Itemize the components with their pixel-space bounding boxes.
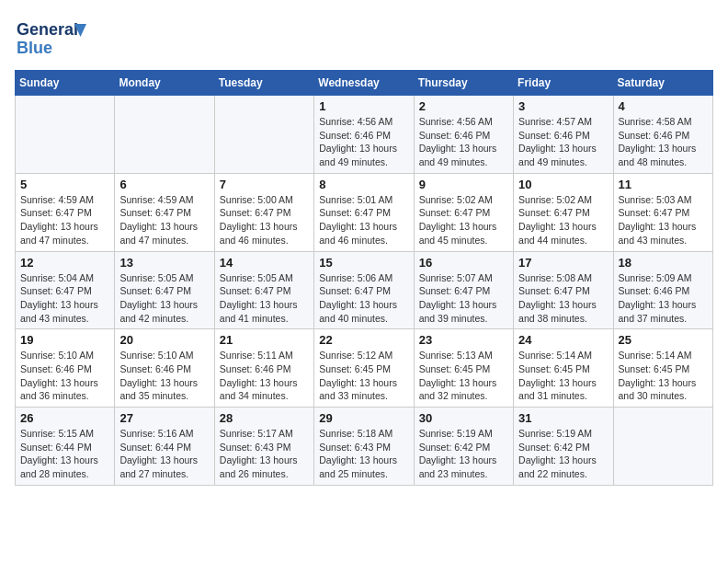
calendar-cell: 1Sunrise: 4:56 AMSunset: 6:46 PMDaylight… (314, 96, 414, 174)
calendar-cell: 31Sunrise: 5:19 AMSunset: 6:42 PMDayligh… (514, 408, 613, 486)
day-number: 5 (20, 178, 109, 191)
day-info: Sunrise: 4:56 AMSunset: 6:46 PMDaylight:… (419, 115, 508, 169)
calendar-week-row: 26Sunrise: 5:15 AMSunset: 6:44 PMDayligh… (16, 408, 713, 486)
day-info: Sunrise: 5:03 AMSunset: 6:47 PMDaylight:… (619, 193, 708, 247)
day-info: Sunrise: 5:02 AMSunset: 6:47 PMDaylight:… (518, 193, 608, 247)
calendar-cell (16, 96, 115, 174)
day-number: 26 (20, 411, 109, 425)
logo: GeneralBlue (15, 15, 88, 61)
day-number: 13 (119, 256, 209, 270)
day-info: Sunrise: 5:19 AMSunset: 6:42 PMDaylight:… (518, 427, 608, 481)
calendar-cell: 5Sunrise: 4:59 AMSunset: 6:47 PMDaylight… (16, 173, 115, 251)
day-number: 27 (119, 411, 209, 425)
day-info: Sunrise: 5:10 AMSunset: 6:46 PMDaylight:… (20, 349, 109, 403)
weekday-header-wednesday: Wednesday (314, 71, 414, 96)
day-info: Sunrise: 5:05 AMSunset: 6:47 PMDaylight:… (220, 271, 309, 326)
day-info: Sunrise: 5:17 AMSunset: 6:43 PMDaylight:… (220, 427, 309, 481)
calendar-cell: 16Sunrise: 5:07 AMSunset: 6:47 PMDayligh… (414, 251, 513, 329)
calendar-week-row: 19Sunrise: 5:10 AMSunset: 6:46 PMDayligh… (16, 329, 713, 408)
day-info: Sunrise: 5:05 AMSunset: 6:47 PMDaylight:… (119, 271, 209, 326)
day-number: 22 (319, 333, 408, 347)
day-number: 29 (319, 411, 408, 425)
day-number: 14 (220, 256, 309, 270)
day-number: 4 (619, 99, 708, 113)
day-number: 9 (419, 178, 508, 191)
calendar-cell: 12Sunrise: 5:04 AMSunset: 6:47 PMDayligh… (16, 251, 115, 329)
weekday-header-monday: Monday (115, 71, 214, 96)
calendar-cell: 23Sunrise: 5:13 AMSunset: 6:45 PMDayligh… (414, 329, 513, 408)
calendar-cell: 18Sunrise: 5:09 AMSunset: 6:46 PMDayligh… (613, 251, 712, 329)
calendar-cell: 15Sunrise: 5:06 AMSunset: 6:47 PMDayligh… (314, 251, 414, 329)
day-info: Sunrise: 5:14 AMSunset: 6:45 PMDaylight:… (619, 349, 708, 403)
day-number: 19 (20, 333, 109, 347)
day-info: Sunrise: 4:59 AMSunset: 6:47 PMDaylight:… (20, 193, 109, 247)
calendar-cell: 30Sunrise: 5:19 AMSunset: 6:42 PMDayligh… (414, 408, 513, 486)
calendar-cell: 24Sunrise: 5:14 AMSunset: 6:45 PMDayligh… (514, 329, 613, 408)
day-info: Sunrise: 5:09 AMSunset: 6:46 PMDaylight:… (619, 271, 708, 326)
day-number: 28 (220, 411, 309, 425)
weekday-header-row: SundayMondayTuesdayWednesdayThursdayFrid… (16, 71, 713, 96)
calendar-cell: 29Sunrise: 5:18 AMSunset: 6:43 PMDayligh… (314, 408, 414, 486)
day-number: 2 (419, 99, 508, 113)
calendar-week-row: 1Sunrise: 4:56 AMSunset: 6:46 PMDaylight… (16, 96, 713, 174)
day-number: 6 (119, 178, 209, 191)
day-number: 1 (319, 99, 408, 113)
calendar-week-row: 5Sunrise: 4:59 AMSunset: 6:47 PMDaylight… (16, 173, 713, 251)
day-number: 21 (220, 333, 309, 347)
calendar-cell: 10Sunrise: 5:02 AMSunset: 6:47 PMDayligh… (514, 173, 613, 251)
day-info: Sunrise: 5:11 AMSunset: 6:46 PMDaylight:… (220, 349, 309, 403)
day-number: 17 (518, 256, 608, 270)
calendar-cell: 13Sunrise: 5:05 AMSunset: 6:47 PMDayligh… (115, 251, 214, 329)
day-number: 10 (518, 178, 608, 191)
calendar-cell: 27Sunrise: 5:16 AMSunset: 6:44 PMDayligh… (115, 408, 214, 486)
calendar-cell: 20Sunrise: 5:10 AMSunset: 6:46 PMDayligh… (115, 329, 214, 408)
logo-svg: GeneralBlue (15, 15, 88, 61)
calendar-cell: 4Sunrise: 4:58 AMSunset: 6:46 PMDaylight… (613, 96, 712, 174)
svg-text:Blue: Blue (17, 39, 52, 57)
calendar-cell (214, 96, 313, 174)
day-info: Sunrise: 5:18 AMSunset: 6:43 PMDaylight:… (319, 427, 408, 481)
day-info: Sunrise: 4:59 AMSunset: 6:47 PMDaylight:… (119, 193, 209, 247)
weekday-header-saturday: Saturday (613, 71, 712, 96)
day-info: Sunrise: 5:01 AMSunset: 6:47 PMDaylight:… (319, 193, 408, 247)
weekday-header-friday: Friday (514, 71, 613, 96)
day-number: 11 (619, 178, 708, 191)
day-info: Sunrise: 4:58 AMSunset: 6:46 PMDaylight:… (619, 115, 708, 169)
day-number: 3 (518, 99, 608, 113)
day-number: 23 (419, 333, 508, 347)
calendar-cell: 25Sunrise: 5:14 AMSunset: 6:45 PMDayligh… (613, 329, 712, 408)
calendar-cell: 3Sunrise: 4:57 AMSunset: 6:46 PMDaylight… (514, 96, 613, 174)
calendar-cell: 2Sunrise: 4:56 AMSunset: 6:46 PMDaylight… (414, 96, 513, 174)
day-info: Sunrise: 5:10 AMSunset: 6:46 PMDaylight:… (119, 349, 209, 403)
day-number: 8 (319, 178, 408, 191)
calendar-cell: 22Sunrise: 5:12 AMSunset: 6:45 PMDayligh… (314, 329, 414, 408)
calendar-cell: 6Sunrise: 4:59 AMSunset: 6:47 PMDaylight… (115, 173, 214, 251)
calendar-cell: 26Sunrise: 5:15 AMSunset: 6:44 PMDayligh… (16, 408, 115, 486)
day-info: Sunrise: 5:15 AMSunset: 6:44 PMDaylight:… (20, 427, 109, 481)
calendar-cell: 11Sunrise: 5:03 AMSunset: 6:47 PMDayligh… (613, 173, 712, 251)
calendar-cell: 21Sunrise: 5:11 AMSunset: 6:46 PMDayligh… (214, 329, 313, 408)
day-number: 20 (119, 333, 209, 347)
day-number: 18 (619, 256, 708, 270)
day-info: Sunrise: 5:07 AMSunset: 6:47 PMDaylight:… (419, 271, 508, 326)
calendar-cell (115, 96, 214, 174)
day-number: 12 (20, 256, 109, 270)
calendar-cell (613, 408, 712, 486)
day-number: 24 (518, 333, 608, 347)
weekday-header-tuesday: Tuesday (214, 71, 313, 96)
day-info: Sunrise: 5:14 AMSunset: 6:45 PMDaylight:… (518, 349, 608, 403)
day-number: 30 (419, 411, 508, 425)
day-number: 16 (419, 256, 508, 270)
day-number: 7 (220, 178, 309, 191)
calendar-cell: 14Sunrise: 5:05 AMSunset: 6:47 PMDayligh… (214, 251, 313, 329)
calendar-cell: 7Sunrise: 5:00 AMSunset: 6:47 PMDaylight… (214, 173, 313, 251)
calendar-cell: 19Sunrise: 5:10 AMSunset: 6:46 PMDayligh… (16, 329, 115, 408)
day-info: Sunrise: 5:02 AMSunset: 6:47 PMDaylight:… (419, 193, 508, 247)
day-info: Sunrise: 5:00 AMSunset: 6:47 PMDaylight:… (220, 193, 309, 247)
day-number: 31 (518, 411, 608, 425)
day-info: Sunrise: 5:08 AMSunset: 6:47 PMDaylight:… (518, 271, 608, 326)
weekday-header-thursday: Thursday (414, 71, 513, 96)
day-info: Sunrise: 5:13 AMSunset: 6:45 PMDaylight:… (419, 349, 508, 403)
calendar-cell: 28Sunrise: 5:17 AMSunset: 6:43 PMDayligh… (214, 408, 313, 486)
header: GeneralBlue (15, 15, 713, 61)
